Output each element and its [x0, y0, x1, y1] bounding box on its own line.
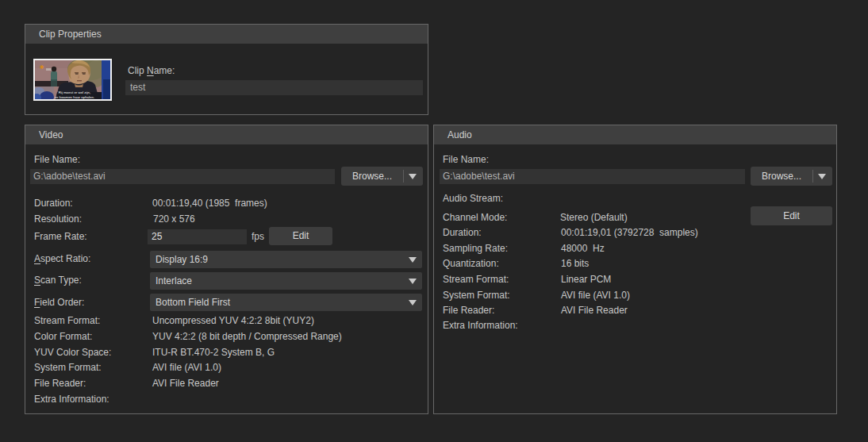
svg-text:ze kwamen haar ophalen.: ze kwamen haar ophalen.: [55, 95, 94, 99]
svg-text:✱: ✱: [40, 64, 44, 70]
svg-text:Rij moest er wel zijn,: Rij moest er wel zijn,: [59, 90, 90, 94]
